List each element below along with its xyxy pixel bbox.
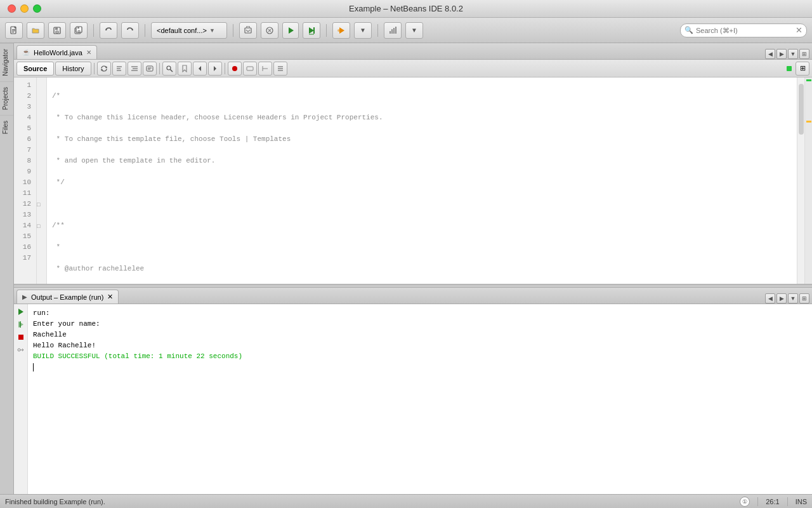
run-dropdown-button[interactable] [303, 22, 320, 39]
edit-mode: INS [796, 498, 807, 505]
editor-scrollbar[interactable] [797, 77, 804, 284]
next-bookmark-button[interactable] [208, 62, 222, 76]
indent-button[interactable] [128, 62, 141, 76]
svg-rect-9 [77, 27, 79, 29]
output-panel: ▶ Output – Example (run) ✕ ◀ ▶ ▼ ⊞ [14, 288, 812, 494]
toolbar-separator-3 [233, 24, 233, 37]
output-cursor-line [33, 362, 807, 373]
main-area: Navigator Projects Files ☕ HelloWorld.ja… [0, 43, 812, 494]
restart-button[interactable] [16, 319, 26, 330]
notification-indicator[interactable]: ① [740, 497, 750, 507]
output-tab-close[interactable]: ✕ [107, 293, 113, 301]
clean-build-button[interactable] [261, 22, 278, 39]
output-tab[interactable]: ▶ Output – Example (run) ✕ [16, 290, 119, 304]
stop-button[interactable] [16, 332, 26, 342]
tab-close-icon[interactable]: ✕ [86, 49, 91, 56]
output-text-area: run: Enter your name: Rachelle Hello Rac… [28, 304, 812, 494]
run-again-button[interactable] [16, 307, 26, 317]
io-button[interactable] [16, 345, 26, 355]
tab-list-button[interactable]: ▼ [788, 49, 798, 59]
refresh-button[interactable] [97, 62, 111, 76]
svg-rect-51 [18, 335, 23, 340]
profile-options-button[interactable]: ▼ [405, 22, 423, 39]
output-tab-list[interactable]: ▼ [788, 293, 798, 304]
search-input[interactable] [696, 27, 793, 34]
search-clear-icon[interactable]: ✕ [796, 26, 802, 34]
prev-bookmark-button[interactable] [193, 62, 207, 76]
maximize-output-button[interactable]: ⊞ [799, 293, 809, 304]
svg-rect-22 [390, 31, 391, 34]
tab-navigation: ◀ ▶ ▼ ⊞ [763, 49, 812, 59]
svg-point-37 [167, 66, 171, 70]
source-toolbar-right: ⊞ [787, 62, 809, 76]
maximize-editor-button[interactable]: ⊞ [799, 49, 809, 59]
svg-marker-18 [309, 27, 314, 34]
history-button[interactable]: History [55, 62, 91, 76]
save-all-button[interactable] [70, 22, 88, 39]
redo-button[interactable] [121, 22, 139, 39]
output-tab-icon: ▶ [22, 293, 27, 300]
fold-marker-12[interactable]: □ [37, 199, 46, 210]
code-editor[interactable]: 1 2 3 4 5 6 7 8 9 10 11 12 13 14 15 16 1… [14, 77, 812, 284]
cursor [33, 363, 34, 371]
open-file-button[interactable] [27, 22, 44, 39]
scroll-tabs-left[interactable]: ◀ [765, 49, 775, 59]
code-line-2: * To change this license header, choose … [52, 112, 792, 123]
svg-marker-49 [18, 321, 23, 328]
status-bar: Finished building Example (run). ① 26:1 … [0, 494, 812, 508]
svg-rect-34 [147, 66, 153, 71]
search-box[interactable]: 🔍 ✕ [680, 23, 807, 37]
status-message: Finished building Example (run). [5, 498, 105, 505]
editor-tab-helloworld[interactable]: ☕ HelloWorld.java ✕ [16, 45, 97, 59]
svg-rect-25 [395, 27, 396, 34]
title-bar: Example – NetBeans IDE 8.0.2 [0, 0, 812, 18]
navigator-tab[interactable]: Navigator [0, 43, 13, 81]
config-dropdown[interactable]: <default conf...> ▼ [151, 22, 227, 39]
code-content[interactable]: /* * To change this license header, choo… [47, 77, 797, 284]
save-button[interactable] [48, 22, 66, 39]
toggle-lines-button[interactable] [258, 62, 272, 76]
build-status-indicator [787, 66, 792, 71]
debug-options-button[interactable]: ▼ [354, 22, 372, 39]
toolbar-separator-2 [145, 24, 145, 37]
files-tab[interactable]: Files [0, 115, 13, 139]
svg-rect-3 [12, 32, 14, 32]
code-line-4: * and open the template in the editor. [52, 156, 792, 166]
build-button[interactable] [239, 22, 257, 39]
toggle-bookmarks-button[interactable] [178, 62, 192, 76]
scroll-output-right[interactable]: ▶ [776, 293, 787, 304]
run-button[interactable] [282, 22, 299, 39]
cursor-position: 26:1 [766, 498, 779, 505]
debug-toggle-button[interactable] [243, 62, 257, 76]
expand-editor-button[interactable]: ⊞ [796, 62, 809, 76]
debug-button[interactable] [332, 22, 350, 39]
source-button[interactable]: Source [16, 62, 54, 76]
projects-tab[interactable]: Projects [0, 81, 13, 115]
profile-button[interactable] [384, 22, 402, 39]
more-button[interactable] [273, 62, 287, 76]
scrollbar-thumb[interactable] [799, 84, 804, 135]
find-usages-button[interactable] [162, 62, 176, 76]
editor-right-gutter [804, 77, 812, 284]
scroll-tabs-right[interactable]: ▶ [776, 49, 787, 59]
code-line-1: /* [52, 91, 792, 102]
breakpoint-button[interactable] [228, 62, 242, 76]
output-line-2: Enter your name: [33, 319, 807, 330]
fold-marker-14[interactable]: □ [37, 220, 46, 231]
close-button[interactable] [8, 4, 16, 13]
svg-line-15 [248, 30, 250, 32]
output-tab-bar: ▶ Output – Example (run) ✕ ◀ ▶ ▼ ⊞ [14, 288, 812, 304]
java-file-icon: ☕ [22, 49, 30, 56]
maximize-button[interactable] [33, 4, 41, 13]
code-line-8: * [52, 242, 792, 253]
search-icon: 🔍 [684, 26, 693, 34]
scroll-output-left[interactable]: ◀ [765, 293, 775, 304]
svg-rect-2 [12, 30, 15, 31]
svg-point-41 [232, 66, 237, 71]
minimize-button[interactable] [20, 4, 29, 13]
comment-button[interactable] [143, 62, 157, 76]
format-button[interactable] [112, 62, 126, 76]
svg-rect-24 [393, 28, 395, 34]
undo-button[interactable] [100, 22, 117, 39]
new-file-button[interactable] [5, 22, 23, 39]
